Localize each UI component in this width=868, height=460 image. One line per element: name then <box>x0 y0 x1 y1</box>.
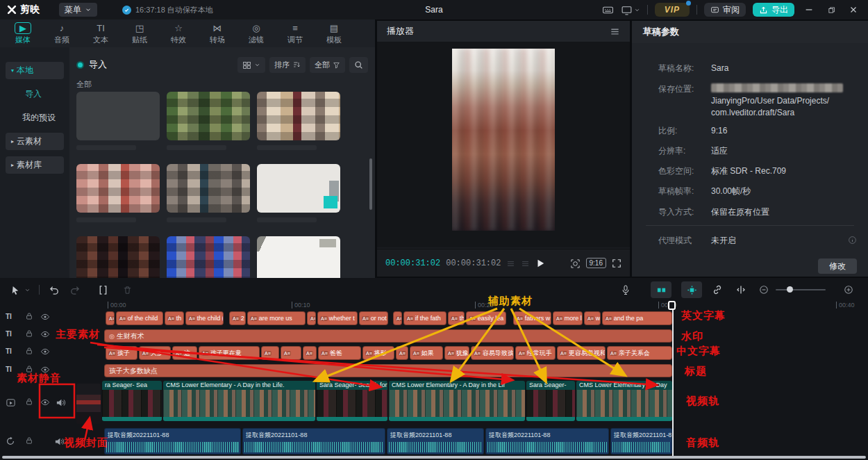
split-button[interactable] <box>98 285 108 295</box>
subtitle-clip[interactable]: A≡ <box>281 346 301 360</box>
subtitle-clip[interactable]: A≡ whether t <box>317 311 358 325</box>
subtitle-clip[interactable]: A≡ or not <box>359 311 388 325</box>
subtitle-clip[interactable]: A≡ w <box>584 311 601 325</box>
media-item[interactable] <box>167 164 250 222</box>
subtitle-clip[interactable]: A≡ 更容易忽视和 <box>557 346 606 360</box>
subtitle-clip[interactable]: A≡ <box>396 346 408 360</box>
video-clip[interactable]: Sara Seager- <box>526 381 575 421</box>
next-frame-icon[interactable] <box>521 257 530 270</box>
ribbon-tab[interactable]: TI 文本 <box>83 22 118 45</box>
subtitle-clip[interactable]: A≡ 大多 <box>139 346 171 360</box>
subtitle-clip[interactable]: A≡ and the pa <box>602 311 672 325</box>
layout-switch-button[interactable] <box>621 4 640 16</box>
media-item[interactable] <box>76 236 160 278</box>
ribbon-tab[interactable]: ♪ 音频 <box>44 22 79 45</box>
audio-clip[interactable]: 提取音频20221101-88 <box>242 428 385 454</box>
ribbon-tab[interactable]: ▤ 模板 <box>317 22 351 45</box>
subtitle-clip[interactable]: A≡ easily lea <box>466 311 506 325</box>
delete-button[interactable] <box>122 285 133 295</box>
prev-frame-icon[interactable] <box>506 257 515 270</box>
playhead-handle[interactable] <box>668 301 676 310</box>
media-scrollbar[interactable] <box>369 158 372 210</box>
video-clip[interactable]: CMS Lower Elementary - A Day <box>576 381 672 421</box>
maximize-button[interactable] <box>824 6 839 15</box>
subtitle-clip[interactable]: A≡ if the fath <box>403 311 446 325</box>
undo-button[interactable] <box>49 285 60 295</box>
ribbon-tab[interactable]: ≡ 调节 <box>278 22 312 45</box>
sidebar-item[interactable]: ▾ 本地 <box>6 62 64 79</box>
ribbon-tab[interactable]: ⋈ 转场 <box>200 22 235 45</box>
media-item[interactable] <box>167 236 250 278</box>
subtitle-clip[interactable]: A≡ 孩子更在意 <box>199 346 260 360</box>
export-button[interactable]: 导出 <box>753 3 794 17</box>
sidebar-item[interactable]: 我的预设 <box>14 109 64 126</box>
subtitle-clip[interactable]: A≡ of the child <box>116 311 163 325</box>
watermark-clip[interactable]: ◎ 生财有术 <box>104 329 672 343</box>
video-clip[interactable]: CMS Lower Elementary - A Day in the Life… <box>163 381 315 421</box>
vip-button[interactable]: VIP <box>655 3 690 17</box>
modify-button[interactable]: 修改 <box>818 258 857 274</box>
ribbon-tab[interactable]: ◳ 贴纸 <box>122 22 157 45</box>
menu-button[interactable]: 菜单 <box>59 3 97 17</box>
playhead[interactable] <box>672 302 674 456</box>
media-item[interactable] <box>76 92 160 150</box>
subtitle-clip[interactable]: A≡ <box>303 346 317 360</box>
video-preview[interactable] <box>452 49 555 231</box>
zoom-out-button[interactable] <box>759 285 769 295</box>
audio-clip[interactable]: 提取音频20221101-88 <box>387 428 484 454</box>
subtitle-clip[interactable]: A≡ 如果 <box>410 346 443 360</box>
shortcut-keyboard-icon[interactable] <box>602 4 614 16</box>
video-clip[interactable]: ra Seager- Sea <box>102 381 162 421</box>
subtitle-clip[interactable]: A≡ 孩子 <box>106 346 137 360</box>
audio-clip[interactable]: 提取音频20221101-88 <box>610 428 672 454</box>
subtitle-clip[interactable]: A≡ <box>393 311 402 325</box>
subtitle-clip[interactable]: A≡ <box>307 311 316 325</box>
snapshot-button[interactable] <box>570 257 581 270</box>
timeline-horizontal-scrollbar[interactable] <box>2 456 866 459</box>
timeline-zoom-slider[interactable] <box>776 289 826 290</box>
info-icon[interactable] <box>848 235 857 247</box>
select-tool-button[interactable] <box>10 285 20 295</box>
subtitle-clip[interactable]: A≡ <box>261 346 279 360</box>
subtitle-clip[interactable]: A≡ 容易导致孩 <box>471 346 514 360</box>
video-cover-thumbnail[interactable] <box>76 384 101 424</box>
sidebar-item[interactable]: ▸ 云素材 <box>6 133 64 150</box>
preview-axis-button[interactable] <box>735 284 746 295</box>
audio-clip[interactable]: 提取音频20221101-88 <box>104 428 241 454</box>
subtitle-clip[interactable]: A≡ <box>106 311 115 325</box>
media-item[interactable] <box>76 164 160 222</box>
title-clip[interactable]: 孩子大多数缺点 <box>104 364 672 377</box>
view-mode-button[interactable] <box>237 57 265 73</box>
media-item[interactable] <box>257 164 340 222</box>
audio-clip[interactable]: 提取音频20221101-88 <box>485 428 609 454</box>
video-clip[interactable]: Sara Seager- Search for Pla <box>317 381 387 421</box>
redo-button[interactable] <box>69 285 80 295</box>
link-materials-button[interactable] <box>712 284 723 295</box>
subtitle-clip[interactable]: A≡ 爸爸 <box>318 346 361 360</box>
slider-knob[interactable] <box>787 286 793 293</box>
subtitle-clip[interactable]: A≡ the child ( <box>185 311 224 325</box>
media-item[interactable] <box>167 92 250 150</box>
subtitle-clip[interactable]: A≡ 将影 <box>362 346 394 360</box>
ratio-button[interactable]: 9:16 <box>586 258 606 268</box>
subtitle-clip[interactable]: A≡ fathers w <box>513 311 551 325</box>
filter-button[interactable]: 全部 <box>310 57 345 73</box>
record-voiceover-button[interactable] <box>620 284 631 295</box>
media-item[interactable] <box>257 92 340 150</box>
fullscreen-button[interactable] <box>612 257 621 270</box>
ribbon-tab[interactable]: ▶ 媒体 <box>6 22 40 45</box>
subtitle-clip[interactable]: A≡ 亲子关系会 <box>607 346 672 360</box>
review-button[interactable]: 审阅 <box>704 3 746 17</box>
auto-snap-toggle[interactable] <box>651 281 671 298</box>
subtitle-clip[interactable]: A≡ th <box>165 311 184 325</box>
subtitle-clip[interactable]: A≡ are more us <box>247 311 306 325</box>
media-item[interactable] <box>257 236 340 278</box>
subtitle-clip[interactable]: A≡ 2 <box>229 311 246 325</box>
subtitle-clip[interactable]: A≡ 犹豫 <box>444 346 469 360</box>
ribbon-tab[interactable]: ◎ 滤镜 <box>239 22 274 45</box>
sort-button[interactable]: 排序 <box>269 57 306 73</box>
subtitle-clip[interactable]: A≡ 经常玩手 <box>515 346 556 360</box>
minimize-button[interactable] <box>801 5 817 15</box>
sidebar-item[interactable]: ▸ 素材库 <box>6 156 64 174</box>
video-clip[interactable]: CMS Lower Elementary - A Day in the Lif <box>389 381 525 421</box>
